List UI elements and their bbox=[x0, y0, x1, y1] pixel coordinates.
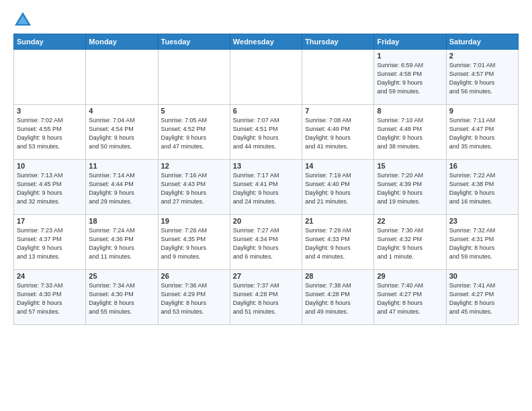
day-info: Sunrise: 7:23 AM Sunset: 4:37 PM Dayligh… bbox=[17, 226, 83, 261]
header-cell-tuesday: Tuesday bbox=[158, 34, 230, 50]
day-number: 22 bbox=[377, 217, 443, 225]
day-info: Sunrise: 7:20 AM Sunset: 4:39 PM Dayligh… bbox=[377, 171, 443, 206]
day-info: Sunrise: 7:41 AM Sunset: 4:27 PM Dayligh… bbox=[449, 281, 515, 316]
day-number: 8 bbox=[377, 107, 443, 115]
day-cell bbox=[302, 50, 374, 105]
day-cell: 23Sunrise: 7:32 AM Sunset: 4:31 PM Dayli… bbox=[446, 215, 518, 270]
day-cell: 22Sunrise: 7:30 AM Sunset: 4:32 PM Dayli… bbox=[374, 215, 446, 270]
day-info: Sunrise: 7:24 AM Sunset: 4:36 PM Dayligh… bbox=[89, 226, 154, 261]
header-cell-monday: Monday bbox=[86, 34, 158, 50]
day-number: 3 bbox=[17, 107, 83, 115]
week-row-2: 3Sunrise: 7:02 AM Sunset: 4:55 PM Daylig… bbox=[14, 105, 519, 160]
day-number: 25 bbox=[89, 272, 154, 280]
day-info: Sunrise: 7:32 AM Sunset: 4:31 PM Dayligh… bbox=[449, 226, 515, 261]
header-row: SundayMondayTuesdayWednesdayThursdayFrid… bbox=[14, 34, 519, 50]
day-number: 7 bbox=[305, 107, 371, 115]
day-info: Sunrise: 7:37 AM Sunset: 4:28 PM Dayligh… bbox=[233, 281, 299, 316]
week-row-3: 10Sunrise: 7:13 AM Sunset: 4:45 PM Dayli… bbox=[14, 160, 519, 215]
day-cell: 13Sunrise: 7:17 AM Sunset: 4:41 PM Dayli… bbox=[230, 160, 302, 215]
header-cell-wednesday: Wednesday bbox=[230, 34, 302, 50]
day-cell: 6Sunrise: 7:07 AM Sunset: 4:51 PM Daylig… bbox=[230, 105, 302, 160]
day-info: Sunrise: 7:29 AM Sunset: 4:33 PM Dayligh… bbox=[305, 226, 371, 261]
day-number: 27 bbox=[233, 272, 299, 280]
day-number: 11 bbox=[89, 162, 154, 170]
day-number: 4 bbox=[89, 107, 154, 115]
day-cell bbox=[14, 50, 86, 105]
day-number: 26 bbox=[161, 272, 227, 280]
week-row-4: 17Sunrise: 7:23 AM Sunset: 4:37 PM Dayli… bbox=[14, 215, 519, 270]
day-cell: 2Sunrise: 7:01 AM Sunset: 4:57 PM Daylig… bbox=[446, 50, 518, 105]
day-cell: 1Sunrise: 6:59 AM Sunset: 4:58 PM Daylig… bbox=[374, 50, 446, 105]
day-number: 19 bbox=[161, 217, 227, 225]
day-number: 17 bbox=[17, 217, 83, 225]
day-number: 24 bbox=[17, 272, 83, 280]
day-number: 1 bbox=[377, 52, 443, 60]
day-info: Sunrise: 7:34 AM Sunset: 4:30 PM Dayligh… bbox=[89, 281, 154, 316]
day-cell: 20Sunrise: 7:27 AM Sunset: 4:34 PM Dayli… bbox=[230, 215, 302, 270]
day-info: Sunrise: 7:05 AM Sunset: 4:52 PM Dayligh… bbox=[161, 116, 227, 151]
day-cell: 9Sunrise: 7:11 AM Sunset: 4:47 PM Daylig… bbox=[446, 105, 518, 160]
day-number: 23 bbox=[449, 217, 515, 225]
day-info: Sunrise: 7:16 AM Sunset: 4:43 PM Dayligh… bbox=[161, 171, 227, 206]
calendar-body: 1Sunrise: 6:59 AM Sunset: 4:58 PM Daylig… bbox=[14, 50, 519, 325]
day-number: 21 bbox=[305, 217, 371, 225]
day-cell: 25Sunrise: 7:34 AM Sunset: 4:30 PM Dayli… bbox=[86, 270, 158, 325]
week-row-5: 24Sunrise: 7:33 AM Sunset: 4:30 PM Dayli… bbox=[14, 270, 519, 325]
calendar-header: SundayMondayTuesdayWednesdayThursdayFrid… bbox=[14, 34, 519, 50]
day-info: Sunrise: 6:59 AM Sunset: 4:58 PM Dayligh… bbox=[377, 61, 443, 96]
day-info: Sunrise: 7:22 AM Sunset: 4:38 PM Dayligh… bbox=[449, 171, 515, 206]
day-info: Sunrise: 7:04 AM Sunset: 4:54 PM Dayligh… bbox=[89, 116, 154, 151]
day-info: Sunrise: 7:17 AM Sunset: 4:41 PM Dayligh… bbox=[233, 171, 299, 206]
header bbox=[13, 11, 519, 30]
day-info: Sunrise: 7:26 AM Sunset: 4:35 PM Dayligh… bbox=[161, 226, 227, 261]
day-number: 13 bbox=[233, 162, 299, 170]
day-info: Sunrise: 7:14 AM Sunset: 4:44 PM Dayligh… bbox=[89, 171, 154, 206]
day-info: Sunrise: 7:19 AM Sunset: 4:40 PM Dayligh… bbox=[305, 171, 371, 206]
day-cell: 5Sunrise: 7:05 AM Sunset: 4:52 PM Daylig… bbox=[158, 105, 230, 160]
header-cell-sunday: Sunday bbox=[14, 34, 86, 50]
day-info: Sunrise: 7:40 AM Sunset: 4:27 PM Dayligh… bbox=[377, 281, 443, 316]
day-number: 2 bbox=[449, 52, 515, 60]
day-info: Sunrise: 7:01 AM Sunset: 4:57 PM Dayligh… bbox=[449, 61, 515, 96]
day-cell: 21Sunrise: 7:29 AM Sunset: 4:33 PM Dayli… bbox=[302, 215, 374, 270]
day-cell: 30Sunrise: 7:41 AM Sunset: 4:27 PM Dayli… bbox=[446, 270, 518, 325]
header-cell-friday: Friday bbox=[374, 34, 446, 50]
day-number: 18 bbox=[89, 217, 154, 225]
day-number: 29 bbox=[377, 272, 443, 280]
day-cell: 15Sunrise: 7:20 AM Sunset: 4:39 PM Dayli… bbox=[374, 160, 446, 215]
calendar-table: SundayMondayTuesdayWednesdayThursdayFrid… bbox=[13, 34, 519, 325]
day-cell: 14Sunrise: 7:19 AM Sunset: 4:40 PM Dayli… bbox=[302, 160, 374, 215]
day-info: Sunrise: 7:10 AM Sunset: 4:48 PM Dayligh… bbox=[377, 116, 443, 151]
day-cell bbox=[230, 50, 302, 105]
day-cell bbox=[86, 50, 158, 105]
day-cell: 24Sunrise: 7:33 AM Sunset: 4:30 PM Dayli… bbox=[14, 270, 86, 325]
day-info: Sunrise: 7:02 AM Sunset: 4:55 PM Dayligh… bbox=[17, 116, 83, 151]
day-info: Sunrise: 7:27 AM Sunset: 4:34 PM Dayligh… bbox=[233, 226, 299, 261]
day-cell: 26Sunrise: 7:36 AM Sunset: 4:29 PM Dayli… bbox=[158, 270, 230, 325]
day-number: 28 bbox=[305, 272, 371, 280]
day-cell bbox=[158, 50, 230, 105]
day-cell: 3Sunrise: 7:02 AM Sunset: 4:55 PM Daylig… bbox=[14, 105, 86, 160]
header-cell-thursday: Thursday bbox=[302, 34, 374, 50]
day-number: 10 bbox=[17, 162, 83, 170]
day-number: 5 bbox=[161, 107, 227, 115]
day-cell: 18Sunrise: 7:24 AM Sunset: 4:36 PM Dayli… bbox=[86, 215, 158, 270]
day-number: 14 bbox=[305, 162, 371, 170]
week-row-1: 1Sunrise: 6:59 AM Sunset: 4:58 PM Daylig… bbox=[14, 50, 519, 105]
day-number: 20 bbox=[233, 217, 299, 225]
day-info: Sunrise: 7:07 AM Sunset: 4:51 PM Dayligh… bbox=[233, 116, 299, 151]
page: SundayMondayTuesdayWednesdayThursdayFrid… bbox=[0, 0, 532, 411]
day-info: Sunrise: 7:30 AM Sunset: 4:32 PM Dayligh… bbox=[377, 226, 443, 261]
day-cell: 19Sunrise: 7:26 AM Sunset: 4:35 PM Dayli… bbox=[158, 215, 230, 270]
day-cell: 17Sunrise: 7:23 AM Sunset: 4:37 PM Dayli… bbox=[14, 215, 86, 270]
day-cell: 7Sunrise: 7:08 AM Sunset: 4:49 PM Daylig… bbox=[302, 105, 374, 160]
day-cell: 11Sunrise: 7:14 AM Sunset: 4:44 PM Dayli… bbox=[86, 160, 158, 215]
day-cell: 28Sunrise: 7:38 AM Sunset: 4:28 PM Dayli… bbox=[302, 270, 374, 325]
day-info: Sunrise: 7:13 AM Sunset: 4:45 PM Dayligh… bbox=[17, 171, 83, 206]
day-cell: 8Sunrise: 7:10 AM Sunset: 4:48 PM Daylig… bbox=[374, 105, 446, 160]
day-cell: 27Sunrise: 7:37 AM Sunset: 4:28 PM Dayli… bbox=[230, 270, 302, 325]
logo-icon bbox=[13, 11, 32, 30]
day-number: 12 bbox=[161, 162, 227, 170]
day-info: Sunrise: 7:38 AM Sunset: 4:28 PM Dayligh… bbox=[305, 281, 371, 316]
day-cell: 12Sunrise: 7:16 AM Sunset: 4:43 PM Dayli… bbox=[158, 160, 230, 215]
